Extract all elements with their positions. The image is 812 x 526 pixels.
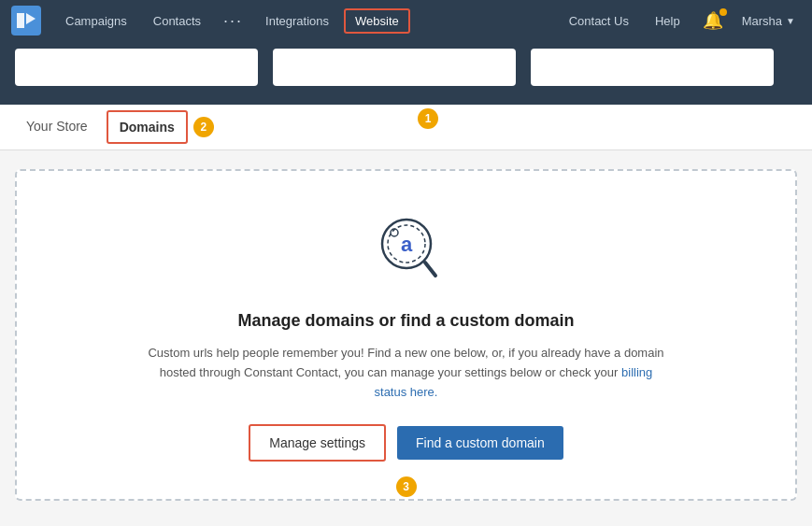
tab-domains[interactable]: Domains [107, 110, 188, 144]
nav-help[interactable]: Help [644, 8, 691, 34]
notification-badge [719, 8, 727, 16]
nav-integrations[interactable]: Integrations [254, 8, 340, 34]
annotation-1: 1 [418, 108, 438, 129]
svg-marker-1 [17, 13, 24, 28]
tab-your-store[interactable]: Your Store [15, 106, 99, 149]
domain-description: Custom urls help people remember you! Fi… [145, 344, 668, 402]
navbar: Campaigns Contacts ··· Integrations Webs… [0, 0, 812, 41]
tab-domains-wrapper: Domains 2 [107, 105, 214, 149]
annotation-2: 2 [193, 117, 214, 137]
find-custom-domain-button[interactable]: Find a custom domain [397, 426, 563, 460]
button-row: Manage settings Find a custom domain 3 [249, 424, 563, 462]
notification-bell[interactable]: 🔔 [695, 5, 731, 36]
top-card-1 [15, 49, 258, 86]
main-content: a Manage domains or find a custom domain… [0, 150, 812, 519]
nav-campaigns[interactable]: Campaigns [54, 8, 138, 34]
svg-line-7 [425, 263, 435, 276]
nav-website[interactable]: Website [344, 8, 410, 34]
top-card-2 [273, 49, 516, 86]
top-card-3 [531, 49, 774, 86]
user-menu[interactable]: Marsha ▼ [734, 8, 803, 34]
nav-contacts[interactable]: Contacts [142, 8, 212, 34]
manage-settings-button[interactable]: Manage settings [249, 424, 386, 462]
nav-right-area: Contact Us Help 🔔 Marsha ▼ [558, 5, 803, 36]
top-section: 1 [0, 41, 812, 105]
logo[interactable] [9, 4, 43, 37]
nav-more[interactable]: ··· [216, 7, 250, 35]
domain-title: Manage domains or find a custom domain [237, 311, 574, 331]
domain-search-icon: a [364, 208, 449, 292]
domain-box: a Manage domains or find a custom domain… [15, 169, 797, 501]
annotation-3: 3 [396, 476, 417, 497]
nav-contact-us[interactable]: Contact Us [558, 8, 640, 34]
chevron-down-icon: ▼ [786, 16, 795, 26]
svg-text:a: a [400, 233, 412, 256]
tab-area: Your Store Domains 2 [0, 105, 812, 150]
domain-desc-text: Custom urls help people remember you! Fi… [148, 346, 663, 379]
user-name: Marsha [742, 14, 782, 28]
